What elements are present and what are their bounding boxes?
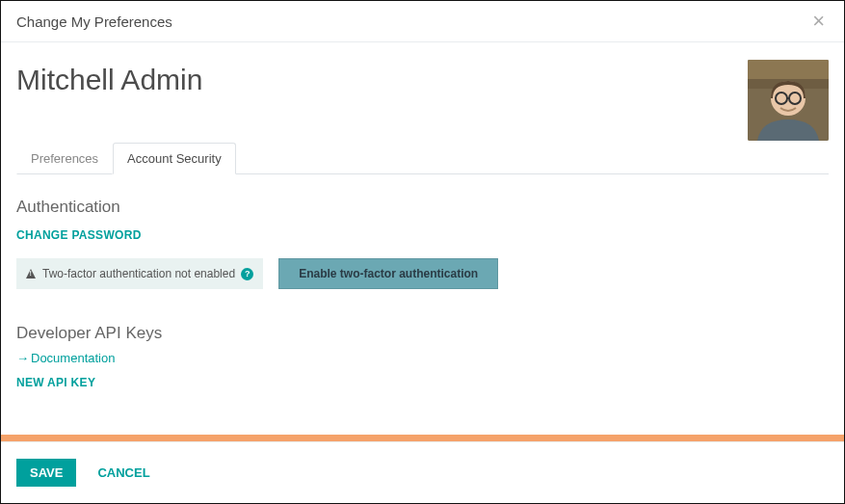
modal-frame: Change My Preferences × Mitchell Admin P… xyxy=(0,0,845,504)
cancel-button[interactable]: CANCEL xyxy=(92,459,155,487)
arrow-right-icon: → xyxy=(16,351,29,365)
tab-account-security[interactable]: Account Security xyxy=(113,143,236,174)
tabs: Preferences Account Security xyxy=(16,143,829,174)
twofa-status-text: Two-factor authentication not enabled xyxy=(42,267,235,280)
accent-bar xyxy=(1,435,844,441)
svg-rect-1 xyxy=(748,60,829,79)
warning-icon xyxy=(26,269,36,279)
twofa-row: Two-factor authentication not enabled ? … xyxy=(16,258,829,289)
new-api-key-button[interactable]: NEW API KEY xyxy=(16,376,95,389)
api-keys-heading: Developer API Keys xyxy=(16,324,829,343)
modal-header: Change My Preferences × xyxy=(1,1,844,42)
enable-twofa-button[interactable]: Enable two-factor authentication xyxy=(278,258,498,289)
documentation-link[interactable]: →Documentation xyxy=(16,351,115,365)
avatar[interactable] xyxy=(748,60,829,141)
twofa-status-badge: Two-factor authentication not enabled ? xyxy=(16,258,263,289)
save-button[interactable]: SAVE xyxy=(16,459,76,487)
page-title: Mitchell Admin xyxy=(16,64,829,96)
modal-title: Change My Preferences xyxy=(16,13,172,30)
modal-body: Mitchell Admin Preferences Account Secur… xyxy=(1,42,844,441)
close-icon[interactable]: × xyxy=(808,11,829,32)
documentation-link-text: Documentation xyxy=(31,351,115,365)
avatar-image xyxy=(748,60,829,141)
tab-preferences[interactable]: Preferences xyxy=(16,143,113,174)
help-icon[interactable]: ? xyxy=(241,268,253,280)
modal-footer: SAVE CANCEL xyxy=(1,441,844,503)
authentication-heading: Authentication xyxy=(16,198,829,217)
change-password-button[interactable]: CHANGE PASSWORD xyxy=(16,228,142,242)
